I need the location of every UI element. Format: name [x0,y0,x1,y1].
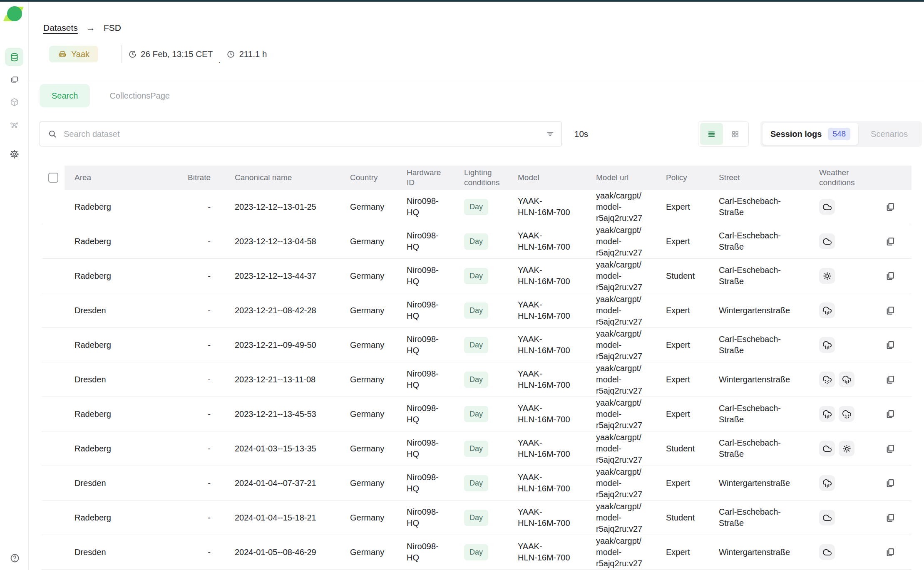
cloud-icon [822,513,832,523]
sidebar-item-database[interactable] [5,48,23,66]
list-icon [707,130,716,139]
bitrate-cell: - [171,190,216,224]
weather-cell [812,501,874,535]
street-cell: Carl-Eschebach- Straße [714,431,812,466]
lighting-badge: Day [464,233,488,250]
rain-icon [822,340,832,350]
area-cell: Radeberg [65,397,171,431]
sidebar-item-collections[interactable] [5,70,23,89]
canonical-name-cell: 2024-01-04--07-37-21 [216,466,337,500]
sidebar-item-settings[interactable] [5,145,23,163]
table-row[interactable]: Dresden-2023-12-21--13-11-08GermanyNiro0… [42,362,912,397]
copy-row-button[interactable] [885,340,895,350]
table-row[interactable]: Dresden-2024-01-04--07-37-21GermanyNiro0… [42,466,912,501]
filter-icon[interactable] [546,129,555,139]
page: Datasets → FSD Yaak 26 Feb, 13:15 CET . … [0,0,924,570]
session-logs-tab[interactable]: Session logs 548 [763,123,858,145]
hardware-id-cell: Niro098- HQ [402,535,460,569]
actions-cell [874,190,912,224]
lighting-cell: Day [460,431,512,466]
vehicle-badge-label: Yaak [71,50,89,59]
street-cell: Wintergartenstraße [714,535,812,569]
sidebar-item-graph[interactable] [5,116,23,134]
row-select-cell [42,190,65,224]
lighting-badge: Day [464,475,488,491]
table-row[interactable]: Radeberg-2024-01-03--15-13-35GermanyNiro… [42,431,912,466]
area-cell: Dresden [65,535,171,569]
country-cell: Germany [337,328,402,362]
table-row[interactable]: Dresden-2023-12-21--08-42-28GermanyNiro0… [42,293,912,328]
copy-row-button[interactable] [885,202,895,212]
table-row[interactable]: Radeberg-2023-12-12--13-44-37GermanyNiro… [42,259,912,293]
copy-icon [885,478,895,488]
country-cell: Germany [337,259,402,293]
area-cell: Radeberg [65,501,171,535]
copy-row-button[interactable] [885,271,895,281]
rain-icon [822,478,832,488]
copy-row-button[interactable] [885,409,895,419]
weather-chip [819,475,835,491]
breadcrumb-current: FSD [104,23,121,33]
model-cell: YAAK- HLN-16M-700 [512,535,591,569]
search-input[interactable] [40,121,562,146]
settings-icon [10,149,19,159]
grid-view-button[interactable] [724,123,747,145]
scenarios-tab[interactable]: Scenarios [871,129,908,139]
weather-chip [819,372,835,387]
table-row[interactable]: Radeberg-2023-12-21--09-49-50GermanyNiro… [42,328,912,362]
column-header-hardware-id: Hardware ID [402,166,460,190]
copy-row-button[interactable] [885,547,895,558]
column-header-bitrate: Bitrate [171,166,216,190]
model-url-cell: yaak/cargpt/ model- r5ajq2ru:v27 [591,190,662,224]
list-view-button[interactable] [700,123,723,145]
clip-length-filter[interactable]: 10s [574,121,588,146]
copy-row-button[interactable] [885,478,895,488]
street-cell: Carl-Eschebach- Straße [714,501,812,535]
weather-chip [839,441,854,456]
table-row[interactable]: Radeberg-2023-12-21--13-45-53GermanyNiro… [42,397,912,431]
table-row[interactable]: Radeberg-2023-12-12--13-04-58GermanyNiro… [42,224,912,259]
table-row[interactable]: Radeberg-2023-12-12--13-01-25GermanyNiro… [42,190,912,224]
select-all-checkbox[interactable] [48,173,58,183]
copy-row-button[interactable] [885,374,895,385]
search-box [40,121,562,146]
sidebar-item-package[interactable] [5,93,23,111]
copy-row-button[interactable] [885,236,895,247]
tab-search[interactable]: Search [40,84,90,107]
table-row[interactable]: Radeberg-2024-01-04--15-18-21GermanyNiro… [42,501,912,535]
table-row[interactable]: Dresden-2024-01-05--08-46-29GermanyNiro0… [42,535,912,570]
row-select-cell [42,362,65,397]
hardware-id-cell: Niro098- HQ [402,501,460,535]
country-cell: Germany [337,190,402,224]
copy-row-button[interactable] [885,513,895,523]
help-button[interactable] [5,549,24,567]
model-url-cell: yaak/cargpt/ model- r5ajq2ru:v27 [591,328,662,362]
grid-icon [731,130,740,139]
canonical-name-cell: 2023-12-12--13-01-25 [216,190,337,224]
bitrate-cell: - [171,397,216,431]
duration: 211.1 h [239,49,267,59]
hardware-id-cell: Niro098- HQ [402,397,460,431]
rain-icon [822,306,832,315]
yaak-logo[interactable] [4,5,23,23]
hardware-id-cell: Niro098- HQ [402,259,460,293]
hardware-id-cell: Niro098- HQ [402,466,460,500]
hardware-id-cell: Niro098- HQ [402,293,460,327]
actions-cell [874,224,912,258]
policy-cell: Expert [662,362,714,397]
car-icon [58,50,67,59]
lighting-cell: Day [460,466,512,500]
bitrate-cell: - [171,293,216,327]
canonical-name-cell: 2024-01-04--15-18-21 [216,501,337,535]
breadcrumb-datasets-link[interactable]: Datasets [43,23,78,33]
weather-cell [812,190,874,224]
bitrate-cell: - [171,328,216,362]
graph-icon [10,120,19,130]
help-icon [10,553,20,563]
copy-row-button[interactable] [885,444,895,454]
model-url-cell: yaak/cargpt/ model- r5ajq2ru:v27 [591,535,662,569]
bitrate-cell: - [171,259,216,293]
copy-row-button[interactable] [885,305,895,316]
tab-collectionspage[interactable]: CollectionsPage [109,91,170,101]
policy-cell: Student [662,431,714,466]
